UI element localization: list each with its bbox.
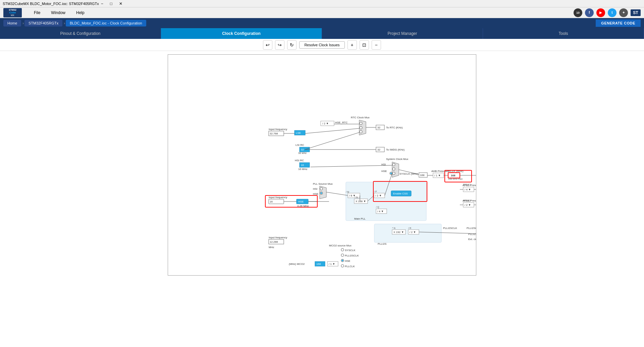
svg-text:/ R: / R bbox=[408, 227, 411, 229]
share-icon[interactable]: ✦ bbox=[619, 8, 628, 17]
resolve-clock-button[interactable]: Resolve Clock Issues bbox=[299, 41, 344, 49]
svg-rect-2 bbox=[374, 224, 441, 242]
social-icons: 10 f ▶ t ✦ ST bbox=[574, 8, 641, 17]
svg-text:PCLK1: PCLK1 bbox=[463, 183, 471, 186]
bc-chip[interactable]: STM32F405RGTx bbox=[24, 20, 62, 26]
svg-point-188 bbox=[341, 248, 344, 251]
menu-window[interactable]: Window bbox=[46, 9, 71, 16]
version-badge: 10 bbox=[574, 8, 582, 17]
svg-text:PLLI2SCLK: PLLI2SCLK bbox=[468, 233, 476, 236]
svg-text:HSI RC: HSI RC bbox=[295, 159, 304, 162]
svg-line-65 bbox=[326, 192, 348, 195]
svg-text:HSE: HSE bbox=[345, 259, 350, 263]
svg-point-52 bbox=[392, 168, 395, 170]
breadcrumb: Home › STM32F405RGTx › BLDC_Motor_FOC.io… bbox=[0, 18, 644, 28]
svg-point-53 bbox=[392, 172, 395, 175]
svg-point-60 bbox=[320, 187, 323, 190]
svg-text:HSE: HSE bbox=[313, 192, 318, 195]
bc-current[interactable]: BLDC_Motor_FOC.ioc - Clock Configuration bbox=[66, 20, 146, 26]
svg-text:HSE: HSE bbox=[381, 170, 387, 173]
bc-arrow-2: › bbox=[64, 21, 65, 25]
svg-text:LSI RC: LSI RC bbox=[296, 143, 304, 147]
svg-text:/ 4 ▼: / 4 ▼ bbox=[465, 188, 471, 191]
svg-text:16: 16 bbox=[270, 200, 273, 203]
svg-text:168: 168 bbox=[420, 174, 425, 177]
menu-file[interactable]: File bbox=[29, 9, 46, 16]
svg-text:Input frequency: Input frequency bbox=[269, 196, 287, 199]
maximize-button[interactable]: □ bbox=[108, 1, 114, 6]
menubar: STM32 Cube MX File Window Help 10 f ▶ t … bbox=[0, 7, 644, 18]
logo: STM32 Cube MX bbox=[3, 8, 22, 17]
svg-text:PLLI2SCLK: PLLI2SCLK bbox=[443, 227, 457, 230]
svg-text:HSE: HSE bbox=[298, 200, 304, 203]
svg-text:LSE: LSE bbox=[296, 131, 301, 134]
svg-text:PLL Source Mux: PLL Source Mux bbox=[313, 182, 333, 185]
svg-text:168: 168 bbox=[316, 263, 321, 266]
redo-button[interactable]: ↪ bbox=[275, 40, 284, 50]
menu-help[interactable]: Help bbox=[71, 9, 90, 16]
svg-text:/ 1 ▼: / 1 ▼ bbox=[329, 263, 335, 266]
svg-text:/ 2 ▼: / 2 ▼ bbox=[375, 194, 382, 197]
svg-text:To IWDG (KHz): To IWDG (KHz) bbox=[386, 148, 405, 151]
svg-text:X 192 ▼: X 192 ▼ bbox=[393, 231, 404, 234]
zoom-out-button[interactable]: − bbox=[372, 40, 381, 50]
svg-text:16 MHz: 16 MHz bbox=[298, 168, 308, 171]
svg-text:12.288: 12.288 bbox=[270, 240, 278, 243]
tab-clock[interactable]: Clock Configuration bbox=[161, 28, 322, 39]
bc-arrow-1: › bbox=[22, 21, 24, 25]
facebook-icon[interactable]: f bbox=[585, 8, 594, 17]
svg-text:Ext. clock: Ext. clock bbox=[468, 238, 476, 241]
refresh-button[interactable]: ↻ bbox=[287, 40, 297, 50]
svg-text:* N: * N bbox=[392, 227, 395, 229]
svg-text:HSI: HSI bbox=[313, 187, 317, 190]
svg-text:32: 32 bbox=[377, 126, 380, 129]
svg-text:Input frequency: Input frequency bbox=[269, 128, 287, 131]
svg-text:RTC Clock Mux: RTC Clock Mux bbox=[351, 116, 370, 119]
clock-diagram[interactable]: Main PLL PLLI2S Input frequency 32.768 L… bbox=[168, 54, 476, 276]
minimize-button[interactable]: − bbox=[99, 1, 105, 6]
svg-text:(MHz) MCO2: (MHz) MCO2 bbox=[289, 263, 305, 266]
svg-text:X 168 ▼: X 168 ▼ bbox=[356, 200, 366, 203]
svg-line-56 bbox=[311, 165, 392, 167]
tab-pinout[interactable]: Pinout & Configuration bbox=[0, 28, 161, 39]
tab-tools[interactable]: Tools bbox=[483, 28, 644, 39]
generate-code-button[interactable]: GENERATE CODE bbox=[596, 19, 641, 27]
zoom-fit-button[interactable]: ⊡ bbox=[360, 40, 369, 50]
svg-text:/ M: / M bbox=[346, 191, 349, 193]
svg-point-190 bbox=[341, 254, 344, 256]
svg-text:MHz: MHz bbox=[269, 246, 274, 249]
bc-home[interactable]: Home bbox=[3, 20, 21, 26]
undo-button[interactable]: ↩ bbox=[263, 40, 272, 50]
tab-project[interactable]: Project Manager bbox=[322, 28, 483, 39]
svg-text:PLLI2SCLK: PLLI2SCLK bbox=[345, 254, 359, 257]
svg-text:SYSCLK: SYSCLK bbox=[345, 249, 356, 252]
svg-text:32: 32 bbox=[301, 148, 304, 151]
svg-point-36 bbox=[360, 126, 362, 129]
svg-text:32.768: 32.768 bbox=[270, 132, 278, 135]
svg-text:PLLCLK: PLLCLK bbox=[345, 265, 355, 268]
svg-text:16: 16 bbox=[301, 164, 304, 167]
svg-text:/ 1 ▼: / 1 ▼ bbox=[434, 174, 441, 177]
svg-text:/ 2 ▼: / 2 ▼ bbox=[322, 122, 329, 125]
svg-point-79 bbox=[390, 173, 392, 174]
svg-text:PLLI2SCLK: PLLI2SCLK bbox=[467, 227, 476, 230]
svg-point-37 bbox=[360, 130, 362, 133]
svg-line-39 bbox=[305, 128, 359, 133]
titlebar: STM32CubeMX BLDC_Motor_FOC.ioc: STM32F40… bbox=[0, 0, 644, 7]
close-button[interactable]: ✕ bbox=[117, 1, 124, 6]
main-content: Main PLL PLLI2S Input frequency 32.768 L… bbox=[0, 51, 644, 347]
youtube-icon[interactable]: ▶ bbox=[596, 8, 605, 17]
zoom-in-button[interactable]: + bbox=[347, 40, 357, 50]
twitter-icon[interactable]: t bbox=[608, 8, 616, 17]
svg-text:Enable CSS: Enable CSS bbox=[393, 192, 408, 195]
svg-text:Input frequency: Input frequency bbox=[269, 236, 287, 239]
svg-line-40 bbox=[305, 132, 359, 150]
svg-text:168 MHz max: 168 MHz max bbox=[448, 178, 463, 180]
toolbar: ↩ ↪ ↻ Resolve Clock Issues + ⊡ − bbox=[0, 39, 644, 51]
svg-point-195 bbox=[341, 265, 344, 267]
svg-point-35 bbox=[360, 122, 362, 125]
svg-text:168: 168 bbox=[451, 174, 455, 177]
svg-text:HSE_RTC: HSE_RTC bbox=[335, 121, 347, 124]
svg-point-193 bbox=[342, 260, 343, 262]
svg-point-64 bbox=[321, 192, 322, 194]
